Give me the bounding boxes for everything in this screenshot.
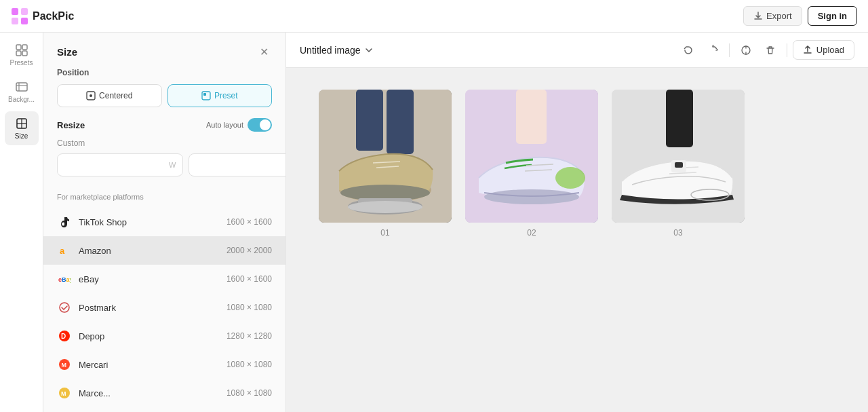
height-input[interactable]: [196, 160, 286, 170]
presets-icon: [15, 43, 28, 57]
tiktok-icon: [57, 214, 72, 229]
svg-rect-6: [16, 51, 21, 56]
export-button[interactable]: Export: [743, 6, 802, 26]
platform-item-postmark[interactable]: Postmark 1080 × 1080: [43, 293, 285, 322]
svg-rect-38: [516, 90, 547, 144]
resize-row: Resize Auto layout: [57, 118, 272, 132]
image-thumb-03[interactable]: [612, 90, 745, 223]
svg-rect-5: [22, 45, 27, 50]
platform-list: TikTok Shop 1600 × 1600 a Amazon 2000 × …: [43, 208, 285, 407]
icon-sidebar: Presets Backgr... Size: [0, 33, 43, 412]
svg-rect-4: [16, 45, 21, 50]
size-icon: [15, 117, 28, 130]
shoe-image-3: [612, 90, 745, 223]
svg-rect-48: [675, 162, 683, 168]
panel-close-button[interactable]: ✕: [256, 43, 272, 60]
signin-button[interactable]: Sign in: [808, 6, 857, 26]
canvas-title[interactable]: Untitled image: [300, 45, 374, 56]
amazon-size: 2000 × 2000: [226, 246, 272, 255]
position-label: Position: [57, 68, 272, 77]
more-size: 1080 × 1080: [226, 388, 272, 398]
image-item-03: 03: [612, 90, 745, 238]
postmark-icon: [57, 300, 72, 315]
svg-point-49: [691, 189, 729, 200]
main-layout: Presets Backgr... Size Size ✕ Positio: [0, 33, 868, 412]
svg-point-39: [555, 167, 585, 189]
width-input[interactable]: [64, 160, 166, 170]
amazon-icon: a: [57, 243, 72, 258]
image-item-01: 01: [319, 90, 452, 238]
delete-button[interactable]: [760, 39, 781, 61]
refresh-icon: [741, 45, 751, 56]
preset-button[interactable]: Preset: [167, 84, 273, 107]
centered-button[interactable]: Centered: [57, 84, 162, 107]
position-section: Position Centered Preset: [43, 68, 285, 118]
image-item-02: 02: [465, 90, 598, 238]
platform-item-more[interactable]: M Marce... 1080 × 1080: [43, 379, 285, 407]
custom-label: Custom: [57, 138, 272, 148]
depop-name: Depop: [79, 331, 220, 341]
app-logo: PackPic: [11, 7, 74, 25]
undo-button[interactable]: [677, 39, 699, 61]
amazon-name: Amazon: [79, 246, 220, 256]
resize-label: Resize: [57, 120, 85, 130]
tiktok-name: TikTok Shop: [79, 217, 220, 227]
mercari-icon: M: [57, 357, 72, 372]
svg-point-36: [348, 201, 422, 213]
chevron-down-icon: [364, 45, 374, 55]
header-actions: Export Sign in: [743, 6, 857, 26]
svg-rect-3: [21, 18, 28, 24]
app-name: PackPic: [33, 10, 74, 22]
svg-point-15: [90, 94, 92, 97]
trash-icon: [765, 45, 776, 56]
postmark-size: 1080 × 1080: [226, 303, 272, 312]
ebay-icon: eBay: [57, 271, 72, 286]
platform-item-amazon[interactable]: a Amazon 2000 × 2000: [43, 236, 285, 265]
depop-size: 1280 × 1280: [226, 331, 272, 341]
platform-item-depop[interactable]: D Depop 1280 × 1280: [43, 322, 285, 350]
svg-text:eBay: eBay: [58, 276, 71, 283]
upload-button[interactable]: Upload: [793, 40, 854, 60]
panel-title: Size: [57, 46, 77, 58]
svg-rect-0: [12, 8, 18, 15]
left-panel: Size ✕ Position Centered Pr: [43, 33, 286, 412]
svg-rect-44: [666, 90, 693, 147]
height-field: H: [189, 153, 286, 176]
svg-rect-28: [356, 90, 383, 151]
panel-header: Size ✕: [43, 33, 285, 68]
postmark-name: Postmark: [79, 303, 220, 313]
marketplace-label: For marketplace platforms: [43, 187, 285, 208]
platform-item-tiktok[interactable]: TikTok Shop 1600 × 1600: [43, 208, 285, 236]
svg-text:M: M: [62, 362, 67, 369]
refresh-button[interactable]: [735, 39, 757, 61]
svg-text:a: a: [60, 246, 65, 256]
auto-layout-text: Auto layout: [206, 121, 243, 129]
background-icon: [15, 80, 28, 94]
redo-button[interactable]: [702, 39, 724, 61]
auto-layout-toggle[interactable]: [248, 118, 272, 132]
image-thumb-01[interactable]: [319, 90, 452, 223]
svg-rect-29: [387, 90, 414, 154]
canvas-toolbar: Untitled image: [286, 33, 868, 68]
svg-rect-17: [203, 93, 206, 96]
platform-item-ebay[interactable]: eBay eBay 1600 × 1600: [43, 265, 285, 293]
canvas-content: 01: [286, 68, 868, 412]
sidebar-item-presets[interactable]: Presets: [5, 38, 39, 72]
width-field: W: [57, 153, 183, 176]
more-name: Marce...: [79, 388, 220, 398]
sidebar-item-background[interactable]: Backgr...: [5, 75, 39, 109]
export-icon: [753, 12, 763, 21]
ebay-size: 1600 × 1600: [226, 274, 272, 284]
position-buttons: Centered Preset: [57, 84, 272, 107]
canvas-area: Untitled image: [286, 33, 868, 412]
platform-item-mercari[interactable]: M Mercari 1080 × 1080: [43, 350, 285, 379]
w-suffix: W: [169, 161, 176, 169]
sidebar-item-size[interactable]: Size: [5, 111, 39, 145]
packpic-logo-icon: [11, 7, 28, 25]
canvas-toolbar-actions: Upload: [677, 39, 854, 61]
wh-row: W H: [57, 153, 272, 176]
image-thumb-02[interactable]: [465, 90, 598, 223]
depop-icon: D: [57, 329, 72, 343]
mercari-name: Mercari: [79, 360, 220, 370]
toolbar-divider: [729, 43, 730, 57]
